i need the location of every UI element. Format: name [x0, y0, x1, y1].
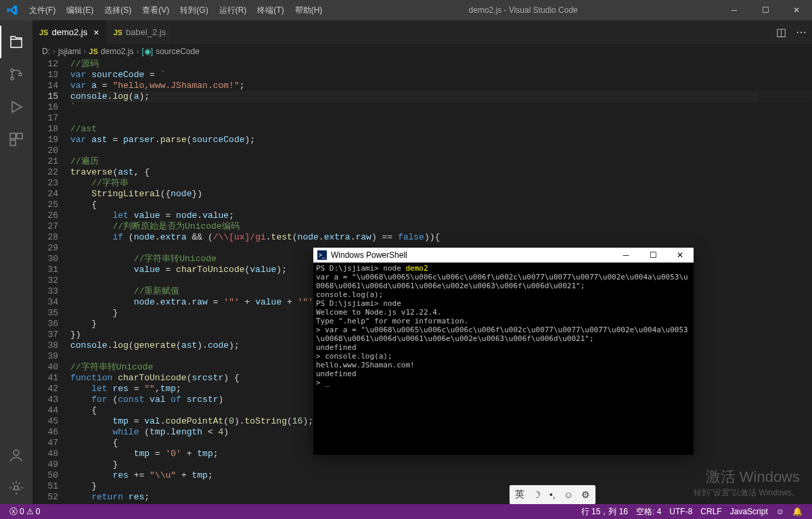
ime-gear-icon[interactable]: ⚙ [581, 489, 590, 500]
split-editor-icon[interactable]: ◫ [776, 26, 786, 39]
svg-point-0 [11, 69, 14, 72]
menu-bar: 文件(F) 编辑(E) 选择(S) 查看(V) 转到(G) 运行(R) 终端(T… [24, 0, 328, 20]
tab-label: babel_2.js [126, 27, 166, 37]
status-bell-icon[interactable]: 🔔 [788, 506, 807, 518]
line-numbers-gutter: 1213141516171819202122232425262728293031… [32, 59, 70, 504]
minimap[interactable] [758, 59, 812, 160]
status-eol[interactable]: CRLF [696, 506, 725, 518]
breadcrumb-part[interactable]: D: [42, 47, 50, 56]
window-controls: ─ ☐ ✕ [719, 0, 812, 20]
svg-rect-5 [10, 140, 16, 145]
svg-point-1 [11, 77, 14, 80]
extensions-icon[interactable] [0, 123, 32, 156]
breadcrumb[interactable]: D: › jsjiami › JS demo2.js › [◉] sourceC… [32, 44, 812, 59]
svg-rect-3 [10, 133, 16, 139]
run-debug-icon[interactable] [0, 91, 32, 123]
title-bar: 文件(F) 编辑(E) 选择(S) 查看(V) 转到(G) 运行(R) 终端(T… [0, 0, 812, 20]
tab-demo2[interactable]: JS demo2.js × [32, 20, 106, 44]
breadcrumb-part[interactable]: demo2.js [101, 47, 134, 56]
powershell-titlebar[interactable]: >_ Windows PowerShell ─ ☐ ✕ [313, 248, 694, 263]
ps-close-button[interactable]: ✕ [667, 248, 694, 263]
js-file-icon: JS [89, 47, 97, 55]
source-control-icon[interactable] [0, 58, 32, 91]
settings-gear-icon[interactable] [0, 472, 32, 504]
status-cursor-position[interactable]: 行 15，列 16 [577, 506, 632, 518]
editor-tabs: JS demo2.js × JS babel_2.js ◫ ⋯ [32, 20, 812, 44]
status-feedback-icon[interactable]: ☺ [772, 506, 788, 518]
vscode-icon [0, 5, 24, 16]
menu-file[interactable]: 文件(F) [24, 0, 61, 20]
ps-minimize-button[interactable]: ─ [612, 248, 639, 263]
status-language[interactable]: JavaScript [726, 506, 772, 518]
activity-bar [0, 20, 32, 504]
menu-edit[interactable]: 编辑(E) [61, 0, 99, 20]
minimize-button[interactable]: ─ [719, 0, 750, 20]
menu-go[interactable]: 转到(G) [175, 0, 213, 20]
chevron-right-icon: › [137, 47, 139, 56]
warning-icon: ⚠ [26, 507, 34, 516]
window-title: demo2.js - Visual Studio Code [328, 5, 719, 15]
menu-view[interactable]: 查看(V) [137, 0, 175, 20]
tab-babel2[interactable]: JS babel_2.js [106, 20, 173, 44]
powershell-window[interactable]: >_ Windows PowerShell ─ ☐ ✕ PS D:\jsjiam… [313, 248, 694, 455]
breadcrumb-part[interactable]: sourceCode [156, 47, 200, 56]
powershell-content[interactable]: PS D:\jsjiami> node demo2 var a = "\u006… [313, 263, 694, 455]
breadcrumb-part[interactable]: jsjiami [58, 47, 81, 56]
symbol-variable-icon: [◉] [142, 47, 154, 56]
chevron-right-icon: › [83, 47, 86, 56]
powershell-icon: >_ [317, 250, 327, 260]
status-bar: ⓧ0 ⚠0 行 15，列 16 空格: 4 UTF-8 CRLF JavaScr… [0, 504, 812, 519]
svg-point-6 [14, 450, 19, 455]
ime-bar[interactable]: 英 ☽ •, ☺ ⚙ [510, 485, 595, 504]
menu-help[interactable]: 帮助(H) [290, 0, 328, 20]
more-actions-icon[interactable]: ⋯ [796, 26, 807, 39]
ime-lang[interactable]: 英 [515, 489, 524, 501]
svg-point-2 [19, 73, 22, 76]
menu-run[interactable]: 运行(R) [214, 0, 252, 20]
status-problems[interactable]: ⓧ0 ⚠0 [5, 506, 44, 518]
menu-selection[interactable]: 选择(S) [99, 0, 137, 20]
svg-point-7 [14, 486, 18, 490]
maximize-button[interactable]: ☐ [750, 0, 781, 20]
ime-moon-icon[interactable]: ☽ [533, 489, 541, 500]
account-icon[interactable] [0, 439, 32, 472]
js-file-icon: JS [113, 28, 122, 37]
status-indentation[interactable]: 空格: 4 [632, 506, 665, 518]
close-icon[interactable]: × [93, 27, 99, 38]
chevron-right-icon: › [53, 47, 55, 56]
ps-maximize-button[interactable]: ☐ [639, 248, 667, 263]
close-button[interactable]: ✕ [781, 0, 812, 20]
ime-smiley-icon[interactable]: ☺ [564, 489, 573, 500]
tab-label: demo2.js [51, 27, 87, 37]
error-icon: ⓧ [9, 506, 18, 518]
js-file-icon: JS [39, 28, 48, 37]
status-encoding[interactable]: UTF-8 [665, 506, 696, 518]
menu-terminal[interactable]: 终端(T) [252, 0, 289, 20]
svg-rect-4 [17, 133, 22, 139]
powershell-title: Windows PowerShell [331, 250, 407, 260]
explorer-icon[interactable] [0, 26, 32, 58]
ime-bullet-icon[interactable]: •, [549, 489, 556, 500]
